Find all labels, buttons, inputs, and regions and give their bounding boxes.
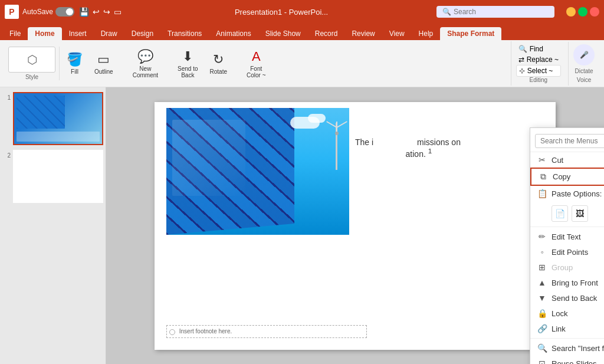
minimize-button[interactable] [566, 7, 576, 17]
undo-icon[interactable]: ↩ [93, 7, 100, 17]
rotate-icon: ↻ [213, 52, 224, 67]
content-area: 1 2 [0, 87, 604, 364]
fill-label: Fill [71, 68, 78, 75]
tab-design[interactable]: Design [124, 27, 160, 40]
tab-insert[interactable]: Insert [62, 27, 94, 40]
cloud-2 [308, 114, 326, 123]
link-icon: 🔗 [537, 324, 547, 333]
ctx-paste-options: 📋 Paste Options: 📄 🖼 [530, 186, 604, 225]
separator-1 [530, 227, 604, 227]
toggle-knob [66, 8, 73, 15]
outline-button[interactable]: ▭ Outline [90, 46, 118, 81]
ctx-reuse-slides[interactable]: ⊡ Reuse Slides [530, 356, 604, 364]
autosave-toggle[interactable]: Off [55, 7, 74, 17]
paste-option-1[interactable]: 📄 [552, 205, 568, 222]
save-icon[interactable]: 💾 [79, 7, 89, 17]
tab-transitions[interactable]: Transitions [160, 27, 209, 40]
rotate-button[interactable]: ↻ Rotate [205, 46, 232, 81]
ctx-send-to-back[interactable]: ▼ Send to Back › [530, 290, 604, 306]
slide-thumb-1[interactable]: 1 [2, 92, 103, 145]
ctx-search-area [530, 130, 604, 152]
shape-style-icon: ⬡ [27, 53, 37, 67]
thumb-image-1 [17, 96, 65, 129]
slide-thumb-2[interactable]: 2 [2, 150, 103, 203]
separator-2 [530, 338, 604, 339]
ctx-link[interactable]: 🔗 Link › [530, 321, 604, 336]
send-to-back-button[interactable]: ⬇ Send toBack [173, 46, 202, 81]
replace-label: Replace ~ [527, 55, 559, 64]
edit-text-icon: ✏ [537, 232, 547, 241]
new-comment-button[interactable]: 💬 NewComment [128, 46, 163, 81]
slide-thumbnail-1[interactable] [13, 92, 103, 145]
dictate-label: Dictate [575, 68, 593, 74]
search-input[interactable] [454, 8, 536, 16]
group-label: Group [552, 263, 573, 272]
ctx-search-footnote[interactable]: 🔍 Search "Insert footnote..." [530, 340, 604, 356]
shape-style-selector[interactable]: ⬡ [8, 47, 55, 73]
close-button[interactable] [590, 7, 599, 17]
autosave-label: AutoSave [22, 8, 53, 16]
find-button[interactable]: 🔍 Find [516, 44, 561, 54]
outline-label: Outline [94, 68, 113, 75]
tab-help[interactable]: Help [412, 27, 441, 40]
search-bar[interactable]: 🔍 [436, 6, 554, 18]
tab-shape-format[interactable]: Shape Format [440, 27, 501, 40]
slide-text-area[interactable]: The i missions on ation. 1 [355, 137, 544, 159]
font-color-icon: A [252, 49, 261, 64]
tab-view[interactable]: View [382, 27, 412, 40]
replace-icon: ⇄ [518, 55, 524, 64]
ctx-bring-to-front[interactable]: ▲ Bring to Front › [530, 275, 604, 290]
find-label: Find [530, 45, 543, 53]
turbine-hub [335, 132, 339, 135]
edit-text-label: Edit Text [552, 232, 581, 241]
ctx-search-input[interactable] [535, 134, 604, 148]
rotate-label: Rotate [210, 68, 227, 75]
tab-slideshow[interactable]: Slide Show [258, 27, 308, 40]
ctx-copy[interactable]: ⧉ Copy [530, 168, 604, 186]
select-icon: ⊹ [519, 67, 525, 75]
redo-icon[interactable]: ↪ [103, 7, 110, 17]
dictate-button[interactable]: 🎤 [573, 44, 595, 65]
ctx-cut[interactable]: ✂ Cut [530, 152, 604, 168]
slide-num-2: 2 [2, 150, 11, 159]
tab-review[interactable]: Review [344, 27, 382, 40]
paste-option-2[interactable]: 🖼 [572, 205, 588, 222]
fill-button[interactable]: 🪣 Fill [62, 46, 87, 81]
slide-panel: 1 2 [0, 87, 106, 364]
shape-format-ribbon: ⬡ Style 🪣 Fill ▭ Outline 💬 NewComment ⬇ … [0, 40, 604, 87]
app-logo-letter: P [9, 7, 14, 17]
search-footnote-label: Search "Insert footnote..." [552, 344, 604, 353]
present-icon[interactable]: ▭ [114, 7, 122, 17]
ctx-group: ⊞ Group › [530, 260, 604, 275]
titlebar: P AutoSave Off 💾 ↩ ↪ ▭ Presentation1 - P… [0, 0, 604, 24]
select-label: Select ~ [527, 67, 553, 75]
ctx-edit-points[interactable]: ◦ Edit Points [530, 244, 604, 260]
tab-animations[interactable]: Animations [209, 27, 258, 40]
tab-file[interactable]: File [2, 27, 28, 40]
footnote-handle [169, 329, 175, 335]
select-button[interactable]: ⊹ Select ~ [516, 65, 561, 77]
tab-record[interactable]: Record [308, 27, 345, 40]
tab-draw[interactable]: Draw [94, 27, 124, 40]
slide-thumbnail-2[interactable] [13, 150, 103, 203]
ribbon-tab-bar: File Home Insert Draw Design Transitions… [0, 24, 604, 40]
new-comment-label: NewComment [133, 65, 158, 78]
font-color-label: FontColor ~ [247, 65, 266, 78]
maximize-button[interactable] [578, 7, 587, 17]
group-icon: ⊞ [537, 263, 547, 272]
slide-canvas[interactable]: The i missions on ation. 1 Insert footno… [155, 102, 556, 350]
footnote-area[interactable]: Insert footnote here. [166, 325, 367, 337]
solar-bg [166, 108, 349, 235]
autosave-control: AutoSave Off [22, 7, 74, 17]
font-color-button[interactable]: A FontColor ~ [242, 46, 271, 81]
edit-points-icon: ◦ [537, 247, 547, 257]
ctx-edit-text[interactable]: ✏ Edit Text [530, 229, 604, 244]
canvas-area: The i missions on ation. 1 Insert footno… [106, 87, 604, 364]
copy-icon: ⧉ [539, 172, 548, 182]
slide-image [166, 108, 349, 235]
tab-home[interactable]: Home [28, 27, 61, 40]
bring-to-front-icon: ▲ [537, 278, 547, 287]
ctx-lock[interactable]: 🔒 Lock [530, 306, 604, 321]
send-to-back-label: Send to Back [552, 294, 597, 303]
replace-button[interactable]: ⇄ Replace ~ [516, 54, 561, 65]
